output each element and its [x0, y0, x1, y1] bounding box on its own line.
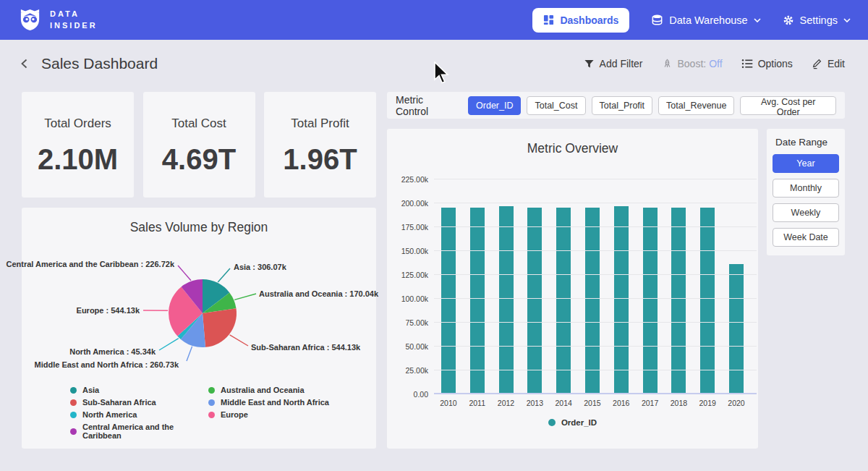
y-axis-tick: 175.00k [401, 223, 428, 232]
edit-button[interactable]: Edit [812, 58, 845, 69]
kpi-card-total-orders: Total Orders 2.10M [22, 92, 134, 198]
boost-toggle[interactable]: Boost: Off [662, 58, 723, 69]
bar-2013[interactable] [527, 208, 542, 393]
list-icon [741, 58, 753, 69]
metric-option-order-id[interactable]: Order_ID [468, 96, 521, 115]
pencil-icon [812, 59, 822, 69]
bar-slot [578, 179, 607, 393]
pie-legend-item-sub-saharan-africa[interactable]: Sub-Saharan Africa [70, 398, 208, 407]
options-button[interactable]: Options [741, 58, 793, 69]
settings-menu[interactable]: Settings [783, 14, 851, 26]
gridline [434, 274, 757, 275]
bars [434, 179, 751, 393]
pie-callout-sub-saharan-africa: Sub-Saharan Africa : 544.13k [251, 343, 360, 352]
bar-chart-title: Metric Overview [387, 129, 758, 156]
gridline [434, 203, 757, 203]
x-axis-tick: 2016 [607, 399, 636, 407]
brand-name: DATA INSIDER [50, 9, 98, 32]
bar-2016[interactable] [614, 206, 629, 393]
gridline [434, 226, 757, 227]
gridline [434, 322, 757, 323]
chevron-left-icon [19, 58, 30, 69]
gridline [434, 346, 757, 347]
owl-logo-icon [17, 7, 43, 33]
x-axis-tick: 2010 [434, 399, 463, 407]
kpi-label: Total Orders [22, 116, 134, 131]
bar-2014[interactable] [556, 208, 571, 393]
legend-label: Europe [221, 410, 248, 419]
gridline [434, 370, 757, 370]
bar-slot [722, 179, 751, 393]
pie-legend-item-australia-and-oceania[interactable]: Australia and Oceania [208, 386, 329, 394]
add-filter-button[interactable]: Add Filter [584, 58, 643, 69]
bar-2015[interactable] [585, 208, 600, 393]
kpi-value: 2.10M [22, 143, 134, 176]
data-warehouse-menu[interactable]: Data Warehouse [651, 14, 760, 26]
date-range-label: Date Range [775, 137, 839, 148]
kpi-label: Total Profit [264, 116, 376, 131]
top-navbar: DATA INSIDER Dashboards Data Warehouse [0, 0, 868, 40]
legend-dot [70, 428, 77, 435]
pie-legend-item-europe[interactable]: Europe [208, 410, 329, 419]
pie-callout-middle-east-and-north-africa: Middle East and North Africa : 260.73k [35, 360, 179, 369]
bar-2017[interactable] [643, 208, 658, 393]
legend-label: Australia and Oceania [221, 386, 305, 394]
pie-legend-item-asia[interactable]: Asia [70, 386, 208, 394]
metric-option-total-cost[interactable]: Total_Cost [527, 96, 585, 115]
kpi-card-total-profit: Total Profit 1.96T [264, 92, 376, 198]
brand-line-1: DATA [50, 9, 98, 20]
boost-label: Boost: [678, 58, 707, 69]
bar-2012[interactable] [499, 206, 514, 393]
bar-slot [665, 179, 694, 393]
dashboards-button[interactable]: Dashboards [532, 8, 629, 33]
y-axis-tick: 150.00k [401, 247, 428, 255]
edit-label: Edit [827, 58, 845, 69]
brand-line-2: INSIDER [50, 20, 98, 32]
legend-label: Order_ID [561, 418, 597, 427]
y-axis-tick: 0.00 [414, 390, 428, 399]
metric-option-avg-cost-per-order[interactable]: Avg. Cost per Order [740, 96, 836, 115]
date-range-weekly[interactable]: Weekly [773, 203, 839, 222]
pie-callout-central-america-and-the-caribbean: Central America and the Caribbean : 226.… [6, 260, 174, 268]
date-range-monthly[interactable]: Monthly [773, 179, 839, 198]
sales-dashboard-page: DATA INSIDER Dashboards Data Warehouse [0, 0, 868, 471]
x-axis-tick: 2015 [578, 399, 607, 407]
bar-legend[interactable]: Order_ID [387, 418, 758, 427]
bar-2018[interactable] [671, 208, 686, 393]
pie-callout-north-america: North America : 45.34k [69, 347, 156, 356]
bar-slot [607, 179, 636, 393]
date-range-week-date[interactable]: Week Date [773, 228, 839, 247]
sales-volume-by-region-panel: Sales Volume by Region Asia : 306.07k Au… [22, 208, 376, 449]
metric-control-label: Metric Control [396, 94, 459, 117]
pie-legend-item-north-america[interactable]: North America [70, 410, 208, 419]
legend-dot [70, 387, 77, 394]
pie-slice-sub-saharan-africa[interactable] [203, 308, 237, 347]
legend-dot [70, 399, 77, 406]
date-range-year[interactable]: Year [773, 154, 839, 173]
bar-2011[interactable] [470, 208, 485, 393]
legend-label: Asia [82, 386, 99, 394]
metric-option-total-revenue[interactable]: Total_Revenue [658, 96, 734, 115]
pie-leader-line [159, 339, 179, 350]
x-axis-tick: 2020 [722, 399, 751, 407]
bar-2020[interactable] [729, 264, 744, 393]
dashboards-grid-icon [543, 14, 554, 25]
pie-leader-line [230, 335, 248, 346]
bar-2010[interactable] [441, 208, 456, 393]
pie-legend-item-central-america-and-the-caribbean[interactable]: Central America and the Caribbean [70, 423, 208, 440]
chevron-down-icon [754, 18, 761, 22]
x-axis-tick: 2019 [693, 399, 722, 407]
x-axis-tick: 2011 [463, 399, 492, 407]
metric-option-total-profit[interactable]: Total_Profit [592, 96, 653, 115]
gridline [434, 179, 757, 179]
pie-legend-item-middle-east-and-north-africa[interactable]: Middle East and North Africa [208, 398, 329, 407]
dashboard-header: Sales Dashboard Add Filter Boost: Off [0, 40, 868, 88]
bar-2019[interactable] [700, 208, 715, 393]
legend-dot [208, 387, 215, 394]
brand-logo[interactable]: DATA INSIDER [17, 7, 98, 33]
back-button[interactable] [19, 58, 30, 69]
metric-control-options: Order_IDTotal_CostTotal_ProfitTotal_Reve… [468, 96, 836, 115]
pie-leader-line [178, 266, 191, 281]
pie-callout-asia: Asia : 306.07k [234, 263, 286, 271]
bar-slot [636, 179, 665, 393]
